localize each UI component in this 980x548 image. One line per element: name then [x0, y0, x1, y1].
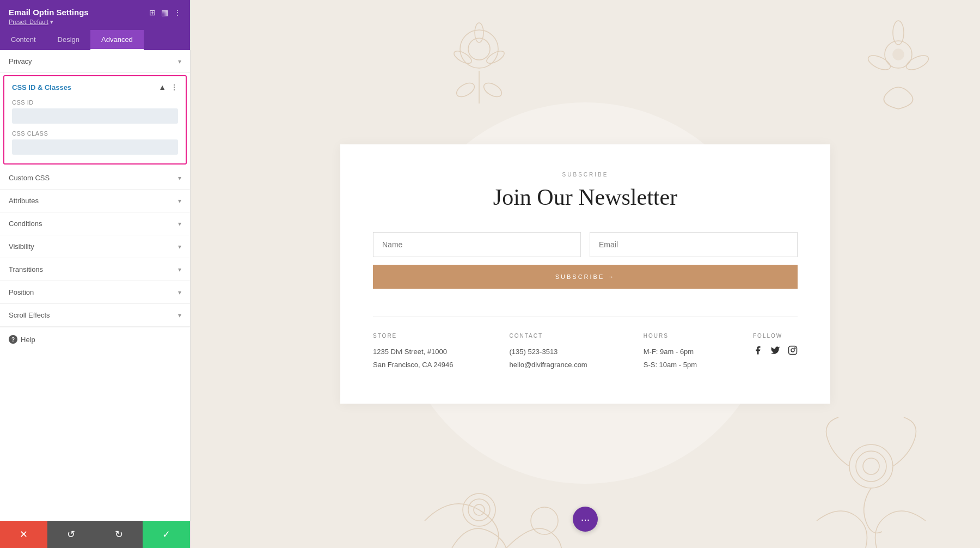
page-canvas: SUBSCRIBE Join Our Newsletter SUBSCRIBE …	[191, 0, 980, 548]
flower-bl-decor	[397, 412, 588, 548]
hours-info: M-F: 9am - 6pm S-S: 10am - 5pm	[644, 345, 697, 371]
svg-point-14	[468, 499, 490, 521]
follow-title: FOLLOW	[753, 333, 798, 339]
svg-point-6	[454, 80, 476, 99]
scroll-effects-section[interactable]: Scroll Effects ▾	[0, 304, 190, 327]
privacy-chevron-icon: ▾	[178, 58, 181, 65]
css-id-field-group: CSS ID	[12, 99, 178, 124]
css-id-classes-section: CSS ID & Classes ▲ ⋮ CSS ID CSS Class	[3, 75, 187, 165]
section-collapse-icon[interactable]: ▲	[158, 83, 166, 92]
bottom-toolbar: ✕ ↺ ↻ ✓	[0, 521, 190, 548]
svg-point-2	[475, 23, 483, 42]
svg-point-1	[460, 30, 498, 68]
sidebar-title: Email Optin Settings	[9, 8, 89, 17]
css-id-input[interactable]	[12, 108, 178, 124]
svg-point-7	[481, 80, 504, 99]
help-icon: ?	[9, 335, 17, 344]
undo-button[interactable]: ↺	[47, 521, 95, 548]
custom-css-label: Custom CSS	[9, 174, 50, 182]
css-id-classes-title: CSS ID & Classes	[12, 83, 71, 92]
social-icons	[753, 345, 798, 357]
section-controls: ▲ ⋮	[158, 83, 178, 92]
footer-contact-col: CONTACT (135) 523-3513 hello@divifragran…	[509, 333, 587, 371]
cancel-button[interactable]: ✕	[0, 521, 47, 548]
svg-point-15	[474, 504, 485, 515]
transitions-chevron-icon: ▾	[178, 266, 181, 273]
position-chevron-icon: ▾	[178, 289, 181, 296]
preset-label[interactable]: Preset: Default ▾	[9, 19, 181, 26]
svg-point-17	[849, 445, 893, 488]
css-id-label: CSS ID	[12, 99, 178, 106]
help-label: Help	[21, 336, 35, 344]
flower-tl-decor	[425, 16, 534, 125]
svg-point-16	[531, 507, 558, 534]
flower-tr-decor	[844, 11, 953, 120]
save-button[interactable]: ✓	[143, 521, 190, 548]
sidebar: Email Optin Settings ⊞ ▦ ⋮ Preset: Defau…	[0, 0, 191, 548]
transitions-label: Transitions	[9, 265, 43, 273]
redo-button[interactable]: ↻	[95, 521, 143, 548]
privacy-section[interactable]: Privacy ▾	[0, 50, 190, 73]
subscribe-label: SUBSCRIBE	[373, 172, 798, 178]
scroll-effects-label: Scroll Effects	[9, 311, 50, 319]
header-icons: ⊞ ▦ ⋮	[149, 8, 181, 17]
conditions-label: Conditions	[9, 220, 42, 228]
newsletter-card: SUBSCRIBE Join Our Newsletter SUBSCRIBE …	[340, 144, 830, 404]
contact-info: (135) 523-3513 hello@divifragrance.com	[509, 345, 587, 371]
svg-point-0	[468, 38, 490, 60]
transitions-section[interactable]: Transitions ▾	[0, 258, 190, 281]
conditions-chevron-icon: ▾	[178, 220, 181, 228]
more-icon[interactable]: ⋮	[174, 8, 181, 17]
flower-br-decor	[789, 412, 953, 548]
svg-point-19	[863, 458, 879, 474]
contact-title: CONTACT	[509, 333, 587, 339]
hours-title: HOURS	[644, 333, 697, 339]
attributes-chevron-icon: ▾	[178, 197, 181, 205]
fab-button[interactable]: ···	[573, 507, 598, 532]
tab-design[interactable]: Design	[47, 30, 90, 50]
svg-point-4	[485, 48, 506, 66]
css-id-classes-header: CSS ID & Classes ▲ ⋮	[12, 83, 178, 92]
layout-icon[interactable]: ⊞	[149, 8, 156, 17]
attributes-section[interactable]: Attributes ▾	[0, 190, 190, 212]
footer-hours-col: HOURS M-F: 9am - 6pm S-S: 10am - 5pm	[644, 333, 697, 371]
store-title: STORE	[373, 333, 453, 339]
tab-advanced[interactable]: Advanced	[90, 30, 144, 50]
position-label: Position	[9, 288, 34, 296]
conditions-section[interactable]: Conditions ▾	[0, 212, 190, 235]
svg-point-21	[791, 349, 794, 352]
svg-point-22	[794, 348, 795, 349]
name-input[interactable]	[373, 232, 581, 257]
position-section[interactable]: Position ▾	[0, 281, 190, 304]
footer-section: STORE 1235 Divi Street, #1000 San Franci…	[373, 316, 798, 371]
store-address: 1235 Divi Street, #1000 San Francisco, C…	[373, 345, 453, 371]
columns-icon[interactable]: ▦	[161, 8, 168, 17]
tab-content[interactable]: Content	[0, 30, 47, 50]
visibility-section[interactable]: Visibility ▾	[0, 235, 190, 258]
twitter-icon[interactable]	[770, 345, 780, 357]
main-content: SUBSCRIBE Join Our Newsletter SUBSCRIBE …	[191, 0, 980, 548]
css-class-label: CSS Class	[12, 130, 178, 137]
tab-bar: Content Design Advanced	[0, 30, 190, 50]
footer-follow-col: FOLLOW	[753, 333, 798, 371]
svg-point-3	[452, 48, 473, 66]
css-class-field-group: CSS Class	[12, 130, 178, 155]
svg-point-18	[856, 451, 886, 482]
help-section[interactable]: ? Help	[0, 327, 190, 351]
section-menu-icon[interactable]: ⋮	[170, 83, 178, 92]
sidebar-content: Privacy ▾ CSS ID & Classes ▲ ⋮ CSS ID CS…	[0, 50, 190, 548]
attributes-label: Attributes	[9, 197, 39, 205]
newsletter-title: Join Our Newsletter	[373, 184, 798, 210]
svg-point-11	[904, 53, 930, 73]
svg-point-12	[893, 49, 904, 60]
email-input[interactable]	[590, 232, 798, 257]
facebook-icon[interactable]	[753, 345, 763, 357]
custom-css-section[interactable]: Custom CSS ▾	[0, 167, 190, 190]
instagram-icon[interactable]	[788, 345, 798, 357]
svg-point-9	[893, 21, 904, 45]
svg-rect-20	[789, 346, 797, 355]
svg-point-10	[866, 53, 892, 73]
subscribe-button[interactable]: SUBSCRIBE →	[373, 265, 798, 289]
css-class-input[interactable]	[12, 139, 178, 155]
form-row	[373, 232, 798, 257]
